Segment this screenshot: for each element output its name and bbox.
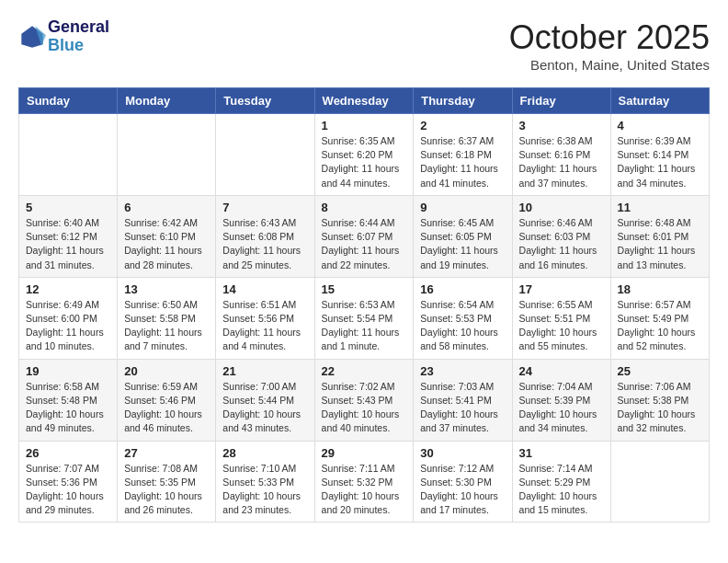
calendar-cell: 8Sunrise: 6:44 AM Sunset: 6:07 PM Daylig… — [314, 195, 414, 277]
day-number: 28 — [222, 446, 307, 460]
day-info: Sunrise: 7:12 AM Sunset: 5:30 PM Dayligh… — [420, 462, 505, 518]
day-number: 1 — [322, 119, 407, 132]
day-info: Sunrise: 6:55 AM Sunset: 5:51 PM Dayligh… — [519, 298, 604, 354]
calendar-cell: 4Sunrise: 6:39 AM Sunset: 6:14 PM Daylig… — [610, 114, 709, 196]
calendar-cell: 28Sunrise: 7:10 AM Sunset: 5:33 PM Dayli… — [216, 441, 314, 523]
calendar-cell: 19Sunrise: 6:58 AM Sunset: 5:48 PM Dayli… — [19, 359, 118, 441]
calendar-cell — [216, 114, 314, 196]
day-info: Sunrise: 6:59 AM Sunset: 5:46 PM Dayligh… — [124, 380, 209, 436]
day-number: 22 — [322, 364, 407, 378]
calendar-cell: 3Sunrise: 6:38 AM Sunset: 6:16 PM Daylig… — [512, 114, 610, 196]
day-info: Sunrise: 6:35 AM Sunset: 6:20 PM Dayligh… — [322, 134, 407, 190]
weekday-header: Friday — [512, 88, 610, 114]
day-info: Sunrise: 6:51 AM Sunset: 5:56 PM Dayligh… — [222, 298, 307, 354]
day-number: 11 — [618, 201, 702, 214]
calendar-cell: 2Sunrise: 6:37 AM Sunset: 6:18 PM Daylig… — [414, 114, 512, 196]
calendar-week-row: 1Sunrise: 6:35 AM Sunset: 6:20 PM Daylig… — [19, 114, 710, 196]
day-number: 4 — [618, 119, 702, 132]
day-number: 19 — [26, 364, 110, 378]
day-info: Sunrise: 7:14 AM Sunset: 5:29 PM Dayligh… — [519, 462, 604, 518]
day-info: Sunrise: 6:50 AM Sunset: 5:58 PM Dayligh… — [124, 298, 209, 354]
calendar-cell: 25Sunrise: 7:06 AM Sunset: 5:38 PM Dayli… — [610, 359, 709, 441]
calendar-cell: 10Sunrise: 6:46 AM Sunset: 6:03 PM Dayli… — [512, 195, 610, 277]
calendar-header-row: SundayMondayTuesdayWednesdayThursdayFrid… — [19, 88, 710, 114]
day-number: 25 — [618, 364, 702, 378]
calendar-cell: 17Sunrise: 6:55 AM Sunset: 5:51 PM Dayli… — [512, 277, 610, 359]
day-info: Sunrise: 6:57 AM Sunset: 5:49 PM Dayligh… — [618, 298, 702, 354]
day-info: Sunrise: 7:10 AM Sunset: 5:33 PM Dayligh… — [222, 462, 307, 518]
day-info: Sunrise: 7:08 AM Sunset: 5:35 PM Dayligh… — [124, 462, 209, 518]
day-number: 5 — [26, 201, 110, 214]
calendar-cell: 26Sunrise: 7:07 AM Sunset: 5:36 PM Dayli… — [19, 441, 118, 523]
calendar-cell: 24Sunrise: 7:04 AM Sunset: 5:39 PM Dayli… — [512, 359, 610, 441]
day-number: 12 — [26, 282, 110, 296]
weekday-header: Thursday — [414, 88, 512, 114]
day-info: Sunrise: 6:39 AM Sunset: 6:14 PM Dayligh… — [618, 134, 702, 190]
day-info: Sunrise: 7:00 AM Sunset: 5:44 PM Dayligh… — [222, 380, 307, 436]
day-number: 18 — [618, 282, 702, 296]
day-number: 24 — [519, 364, 604, 378]
weekday-header: Monday — [118, 88, 216, 114]
calendar-week-row: 19Sunrise: 6:58 AM Sunset: 5:48 PM Dayli… — [19, 359, 710, 441]
day-info: Sunrise: 6:53 AM Sunset: 5:54 PM Dayligh… — [322, 298, 407, 354]
day-number: 2 — [420, 119, 505, 132]
calendar-cell — [118, 114, 216, 196]
day-info: Sunrise: 6:45 AM Sunset: 6:05 PM Dayligh… — [420, 216, 505, 272]
day-info: Sunrise: 6:38 AM Sunset: 6:16 PM Dayligh… — [519, 134, 604, 190]
calendar-week-row: 5Sunrise: 6:40 AM Sunset: 6:12 PM Daylig… — [19, 195, 710, 277]
day-number: 6 — [124, 201, 209, 214]
calendar-cell: 27Sunrise: 7:08 AM Sunset: 5:35 PM Dayli… — [118, 441, 216, 523]
day-info: Sunrise: 6:42 AM Sunset: 6:10 PM Dayligh… — [124, 216, 209, 272]
day-info: Sunrise: 6:40 AM Sunset: 6:12 PM Dayligh… — [26, 216, 110, 272]
weekday-header: Tuesday — [216, 88, 314, 114]
day-info: Sunrise: 6:54 AM Sunset: 5:53 PM Dayligh… — [420, 298, 505, 354]
weekday-header: Saturday — [610, 88, 709, 114]
calendar-cell — [610, 441, 709, 523]
day-number: 29 — [322, 446, 407, 460]
calendar-cell: 15Sunrise: 6:53 AM Sunset: 5:54 PM Dayli… — [314, 277, 414, 359]
month-title: October 2025 — [509, 18, 710, 57]
day-info: Sunrise: 7:03 AM Sunset: 5:41 PM Dayligh… — [420, 380, 505, 436]
logo-icon — [18, 23, 46, 51]
calendar-cell: 11Sunrise: 6:48 AM Sunset: 6:01 PM Dayli… — [610, 195, 709, 277]
logo-text-line2: Blue — [48, 37, 109, 55]
calendar-cell: 30Sunrise: 7:12 AM Sunset: 5:30 PM Dayli… — [414, 441, 512, 523]
day-info: Sunrise: 6:37 AM Sunset: 6:18 PM Dayligh… — [420, 134, 505, 190]
day-number: 27 — [124, 446, 209, 460]
title-block: October 2025 Benton, Maine, United State… — [509, 18, 710, 73]
calendar-cell: 21Sunrise: 7:00 AM Sunset: 5:44 PM Dayli… — [216, 359, 314, 441]
calendar-cell: 7Sunrise: 6:43 AM Sunset: 6:08 PM Daylig… — [216, 195, 314, 277]
day-info: Sunrise: 7:11 AM Sunset: 5:32 PM Dayligh… — [322, 462, 407, 518]
day-number: 20 — [124, 364, 209, 378]
calendar-cell: 6Sunrise: 6:42 AM Sunset: 6:10 PM Daylig… — [118, 195, 216, 277]
calendar-cell: 12Sunrise: 6:49 AM Sunset: 6:00 PM Dayli… — [19, 277, 118, 359]
day-number: 26 — [26, 446, 110, 460]
day-info: Sunrise: 6:48 AM Sunset: 6:01 PM Dayligh… — [618, 216, 702, 272]
day-info: Sunrise: 7:04 AM Sunset: 5:39 PM Dayligh… — [519, 380, 604, 436]
calendar-cell: 23Sunrise: 7:03 AM Sunset: 5:41 PM Dayli… — [414, 359, 512, 441]
day-number: 15 — [322, 282, 407, 296]
day-number: 14 — [222, 282, 307, 296]
logo-text-line1: General — [48, 18, 109, 37]
calendar-week-row: 26Sunrise: 7:07 AM Sunset: 5:36 PM Dayli… — [19, 441, 710, 523]
calendar-cell: 14Sunrise: 6:51 AM Sunset: 5:56 PM Dayli… — [216, 277, 314, 359]
calendar-cell: 31Sunrise: 7:14 AM Sunset: 5:29 PM Dayli… — [512, 441, 610, 523]
day-number: 3 — [519, 119, 604, 132]
day-number: 17 — [519, 282, 604, 296]
calendar-cell: 9Sunrise: 6:45 AM Sunset: 6:05 PM Daylig… — [414, 195, 512, 277]
day-info: Sunrise: 7:02 AM Sunset: 5:43 PM Dayligh… — [322, 380, 407, 436]
day-number: 23 — [420, 364, 505, 378]
day-info: Sunrise: 6:44 AM Sunset: 6:07 PM Dayligh… — [322, 216, 407, 272]
day-info: Sunrise: 6:58 AM Sunset: 5:48 PM Dayligh… — [26, 380, 110, 436]
day-number: 21 — [222, 364, 307, 378]
day-number: 7 — [222, 201, 307, 214]
day-info: Sunrise: 7:07 AM Sunset: 5:36 PM Dayligh… — [26, 462, 110, 518]
calendar-cell: 1Sunrise: 6:35 AM Sunset: 6:20 PM Daylig… — [314, 114, 414, 196]
day-number: 13 — [124, 282, 209, 296]
day-info: Sunrise: 7:06 AM Sunset: 5:38 PM Dayligh… — [618, 380, 702, 436]
day-number: 9 — [420, 201, 505, 214]
day-info: Sunrise: 6:46 AM Sunset: 6:03 PM Dayligh… — [519, 216, 604, 272]
calendar-cell: 29Sunrise: 7:11 AM Sunset: 5:32 PM Dayli… — [314, 441, 414, 523]
calendar-cell: 18Sunrise: 6:57 AM Sunset: 5:49 PM Dayli… — [610, 277, 709, 359]
calendar-cell: 22Sunrise: 7:02 AM Sunset: 5:43 PM Dayli… — [314, 359, 414, 441]
